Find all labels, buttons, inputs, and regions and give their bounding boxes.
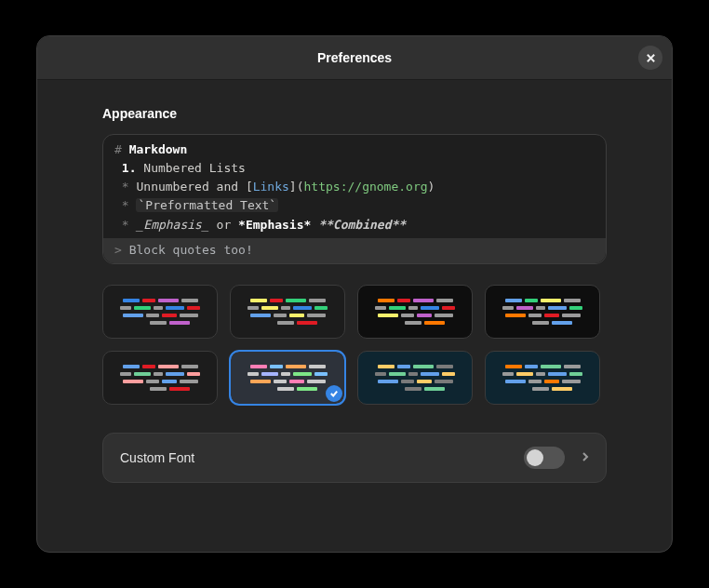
- preview-link-label: Links: [253, 180, 289, 194]
- theme-grid: [102, 285, 607, 405]
- markdown-preview: # Markdown 1. Numbered Lists * Unnumbere…: [102, 134, 607, 264]
- chevron-right-icon: [580, 450, 591, 465]
- preview-unnumbered-a: Unnumbered and [: [136, 180, 252, 194]
- preview-bullet-2: *: [122, 198, 129, 212]
- preview-em2: *Emphasis*: [238, 218, 311, 232]
- theme-option-4[interactable]: [102, 351, 218, 405]
- preview-or: or: [209, 218, 238, 232]
- check-icon: [326, 385, 342, 402]
- preview-numbered: Numbered Lists: [143, 161, 246, 175]
- preview-unnumbered-c: ): [428, 180, 435, 194]
- preview-em1: _Emphasis_: [136, 218, 208, 232]
- custom-font-row[interactable]: Custom Font: [102, 433, 607, 483]
- preview-link-url: https://gnome.org: [304, 180, 428, 194]
- window-title: Preferences: [317, 50, 392, 65]
- theme-option-3[interactable]: [485, 285, 600, 339]
- preferences-window: Preferences Appearance # Markdown 1. Num…: [36, 35, 673, 553]
- theme-option-1[interactable]: [230, 285, 345, 339]
- theme-option-7[interactable]: [485, 351, 600, 405]
- preview-code: `Preformatted Text`: [136, 198, 278, 212]
- close-button[interactable]: [638, 46, 662, 70]
- theme-option-0[interactable]: [102, 285, 218, 339]
- preview-list-num: 1.: [122, 161, 137, 175]
- preview-bullet-3: *: [122, 218, 129, 232]
- theme-option-5[interactable]: [230, 351, 345, 405]
- preview-hash: #: [114, 142, 122, 156]
- preview-unnumbered-b: ](: [289, 180, 304, 194]
- preview-blockquote: > Block quotes too!: [103, 238, 606, 263]
- header-bar: Preferences: [37, 36, 672, 80]
- content-area: Appearance # Markdown 1. Numbered Lists …: [37, 80, 672, 501]
- section-title-appearance: Appearance: [102, 106, 607, 121]
- theme-option-2[interactable]: [357, 285, 473, 339]
- close-icon: [646, 53, 656, 63]
- theme-option-6[interactable]: [357, 351, 473, 405]
- preview-combined: **Combined**: [318, 218, 406, 232]
- preview-bullet-1: *: [122, 180, 129, 194]
- custom-font-label: Custom Font: [120, 450, 194, 465]
- preview-heading: Markdown: [129, 142, 188, 156]
- custom-font-switch[interactable]: [524, 447, 565, 469]
